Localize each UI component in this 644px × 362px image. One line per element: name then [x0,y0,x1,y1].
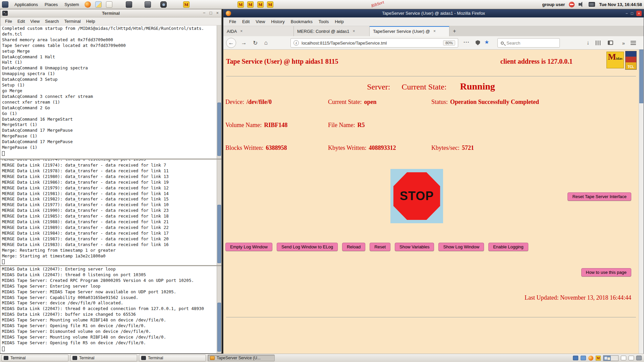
tcl-powered-logo-image[interactable]: TCL [625,51,637,70]
firefox-menu-file[interactable]: File [226,18,239,25]
taskbar-item-terminal-1[interactable]: Terminal [1,355,68,361]
bookmark-star-icon[interactable]: ★ [484,39,489,45]
taskbar-item-terminal-3[interactable]: Terminal [139,355,206,361]
firefox-titlebar[interactable]: TapeServer Service (User) @ aidas1 - Moz… [223,9,644,17]
tool-launcher-icon[interactable] [126,1,132,8]
midas-launcher-icon-2[interactable]: M [237,1,244,8]
new-tab-button[interactable]: + [449,26,460,36]
firefox-menu-bookmarks[interactable]: Bookmarks [288,18,316,25]
menu-system[interactable]: System [61,0,82,9]
current-state-field: Current State:open [328,99,377,106]
menu-places[interactable]: Places [41,0,61,9]
firefox-launcher-icon[interactable] [85,1,91,8]
main-menu-icon[interactable] [2,1,8,8]
scrollbar-thumb[interactable] [217,205,221,263]
camera-launcher-icon[interactable] [160,1,167,8]
pocket-icon[interactable] [476,40,480,45]
site-info-icon[interactable]: i [293,40,299,46]
terminal-menu-view[interactable]: View [28,18,42,24]
tray-document-icon[interactable] [629,356,634,360]
tray-firefox-icon[interactable] [588,356,593,361]
tray-midas-icon[interactable]: M [596,356,601,361]
firefox-maximize-button[interactable]: □ [631,11,633,16]
midas-logo-image[interactable]: Midas [606,52,624,68]
tab-close-icon[interactable]: × [433,29,436,34]
terminal-minimize-button[interactable]: − [203,10,206,15]
reload-button[interactable]: Reload [342,243,365,251]
reset-button[interactable]: Reset [370,243,390,251]
back-button[interactable]: ← [226,38,236,48]
midas-launcher-icon-1[interactable]: M [183,1,190,8]
firefox-close-button[interactable]: × [636,11,642,16]
tab-tapeserver[interactable]: TapeServer Service (User) @ × [370,26,449,36]
kbytes-written-field: Kbytes Written:408893312 [328,144,396,152]
tab-close-icon[interactable]: × [240,29,243,34]
workspace-1[interactable] [603,356,611,361]
terminal-pane-2[interactable]: MERGE Data Link (21974): thread 0 listen… [0,160,221,265]
downloads-icon[interactable]: ↓ [583,38,593,48]
tab-aida[interactable]: AIDA × [223,26,294,36]
midas-launcher-icon-5[interactable]: M [267,1,273,8]
stop-sign-button[interactable]: STOP [390,169,443,223]
home-icon[interactable]: ⌂ [261,38,271,48]
reset-tape-server-interface-button[interactable]: Reset Tape Server Interface [568,192,631,201]
tray-display2-icon[interactable] [581,356,586,360]
url-bar[interactable]: i localhost:8115/TapeService/TapeService… [290,38,458,48]
terminal-menu-terminal[interactable]: Terminal [62,18,84,24]
midas-launcher-icon-3[interactable]: M [247,1,254,8]
panel-clock[interactable]: Tue Nov 13, 16:44:58 [599,2,642,7]
firefox-menu-tools[interactable]: Tools [316,18,332,25]
page-actions-icon[interactable]: ··· [464,39,470,45]
show-variables-button[interactable]: Show Variables [395,243,434,251]
workspace-2[interactable] [611,356,618,361]
terminal-maximize-button[interactable]: □ [210,10,212,15]
terminal-menu-edit[interactable]: Edit [15,18,28,24]
empty-log-window-button[interactable]: Empty Log Window [225,243,272,251]
terminal-titlebar[interactable]: Terminal − □ × [0,9,221,17]
trash-icon[interactable] [636,356,642,360]
show-log-window-button[interactable]: Show Log Window [438,243,484,251]
enable-logging-button[interactable]: Enable Logging [488,243,528,251]
terminal-menu-search[interactable]: Search [42,18,61,24]
speaker-icon[interactable] [579,2,585,7]
editor-launcher-icon[interactable] [106,1,112,8]
sidebar-icon[interactable] [608,41,613,45]
firefox-menu-help[interactable]: Help [332,18,347,25]
keyboard-icon[interactable] [589,2,595,7]
notification-icon[interactable] [569,2,575,7]
search-input[interactable]: Search [497,38,560,48]
tray-display-icon[interactable] [573,356,578,360]
terminal-menu-help[interactable]: Help [84,18,98,24]
reload-icon[interactable]: ↻ [250,38,260,48]
tray-document-icon[interactable] [621,356,626,360]
hamburger-menu-icon[interactable] [631,41,636,45]
status-field: Status:Operation Successfully Completed [431,99,539,106]
tab-merge-control[interactable]: MERGE: Control @ aidas1 × [294,26,370,36]
terminal-pane-3[interactable]: MIDAS Data Link (22047): Entering server… [0,266,221,353]
library-icon[interactable] [596,41,601,45]
terminal-menubar: File Edit View Search Terminal Help [0,17,221,25]
terminal-menu-file[interactable]: File [2,18,15,24]
tab-close-icon[interactable]: × [353,29,355,34]
scrollbar-thumb[interactable] [217,103,221,156]
firefox-menu-history[interactable]: History [268,18,287,25]
scrollbar-thumb[interactable] [639,50,643,103]
overflow-icon[interactable]: » [619,38,629,48]
mail-launcher-icon[interactable] [95,1,102,8]
scrollbar-thumb[interactable] [217,303,221,352]
terminal-close-button[interactable]: × [216,10,219,15]
firefox-menu-edit[interactable]: Edit [239,18,253,25]
send-log-to-elog-button[interactable]: Send Log Window to ELog [277,243,338,251]
firefox-minimize-button[interactable]: − [626,11,628,16]
how-to-use-button[interactable]: How to use this page [581,268,631,277]
firefox-menu-view[interactable]: View [253,18,268,25]
zoom-level-badge[interactable]: 80% [443,40,455,46]
menu-applications[interactable]: Applications [11,0,41,9]
forward-button[interactable]: → [239,38,249,48]
terminal-pane-1[interactable]: Completed custom startup from /MIDAS@aid… [0,25,221,159]
taskbar-item-tapeserver[interactable]: TapeServer Service (U... [208,355,275,361]
taskbar-item-terminal-2[interactable]: Terminal [70,355,137,361]
tool2-launcher-icon[interactable] [145,1,151,8]
midas-launcher-icon-4[interactable]: M [257,1,264,8]
ribsort-launcher-label[interactable]: RibSort [371,0,385,9]
